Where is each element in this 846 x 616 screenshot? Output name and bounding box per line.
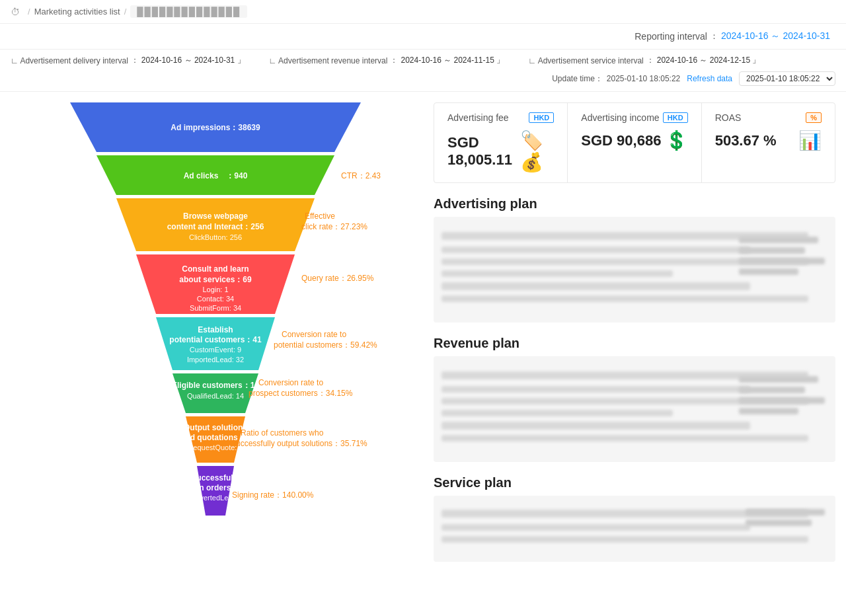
advertising-income-icon: 💲 [665, 130, 688, 151]
svg-text:Ad clicks　：940: Ad clicks ：940 [184, 171, 248, 180]
update-time-select[interactable]: 2025-01-10 18:05:22 [739, 71, 835, 86]
svg-text:Query rate：26.95%: Query rate：26.95% [301, 274, 374, 283]
svg-text:Consult and learn: Consult and learn [182, 264, 249, 274]
filter-colon-1: ： [131, 55, 139, 66]
filter-sep-2 [512, 55, 520, 66]
svg-text:Output solutions: Output solutions [184, 423, 247, 432]
filter-colon-2: ： [390, 55, 398, 66]
funnel-wrapper: Ad impressions：38639 Ad clicks ：940 Brow… [50, 102, 381, 605]
filter-ad-revenue-value: 2024-10-16 ～ 2024-11-15 」 [401, 55, 504, 66]
advertising-fee-badge: HKD [529, 112, 554, 123]
svg-text:successfully output solutions：: successfully output solutions：35.71% [232, 439, 367, 448]
filter-ad-delivery: ∟ Advertisement delivery interval ： 2024… [11, 55, 245, 66]
filter-sep-1 [253, 55, 261, 66]
svg-text:Conversion rate to: Conversion rate to [282, 330, 346, 339]
filter-ad-revenue-label: ∟ Advertisement revenue interval [269, 56, 388, 65]
service-plan-content [434, 496, 835, 562]
refresh-data-button[interactable]: Refresh data [684, 73, 735, 85]
reporting-interval-colon: ： [710, 30, 718, 42]
funnel-panel: Ad impressions：38639 Ad clicks ：940 Brow… [11, 102, 420, 605]
svg-text:potential customers：41: potential customers：41 [169, 335, 262, 344]
svg-text:Conversion rate to: Conversion rate to [258, 378, 323, 387]
advertising-income-badge: HKD [663, 112, 688, 123]
roas-value: 503.67 % [715, 132, 777, 149]
main-content: Ad impressions：38639 Ad clicks ：940 Brow… [0, 92, 846, 615]
svg-text:Signing rate：140.00%: Signing rate：140.00% [232, 490, 314, 500]
bc-sep-2: / [124, 7, 127, 17]
advertising-plan-content [434, 217, 835, 323]
revenue-plan-section: Revenue plan [434, 336, 835, 462]
update-time-label: Update time： [552, 73, 603, 85]
advertising-fee-icon: 🏷️💰 [520, 130, 554, 173]
update-section: Update time： 2025-01-10 18:05:22 Refresh… [552, 71, 835, 86]
metric-card-roas: ROAS % 503.67 % 📊 [702, 103, 835, 182]
svg-text:about services：69: about services：69 [179, 275, 252, 284]
roas-title: ROAS [715, 112, 742, 123]
svg-text:Establish: Establish [198, 325, 233, 334]
svg-text:CustomEvent: 9: CustomEvent: 9 [190, 346, 241, 354]
funnel-svg: Ad impressions：38639 Ad clicks ：940 Brow… [50, 102, 381, 605]
svg-text:ImportedLead: 32: ImportedLead: 32 [187, 356, 244, 364]
service-plan-section: Service plan [434, 475, 835, 562]
advertising-income-title: Advertising income [581, 112, 659, 123]
revenue-plan-title: Revenue plan [434, 336, 835, 351]
filter-ad-service: ∟ Advertisement service interval ： 2024-… [528, 55, 760, 66]
svg-text:CTR：2.43%: CTR：2.43% [341, 171, 381, 180]
advertising-plan-title: Advertising plan [434, 196, 835, 212]
advertising-plan-section: Advertising plan [434, 196, 835, 323]
metric-card-advertising-income: Advertising income HKD SGD 90,686 💲 [568, 103, 701, 182]
breadcrumb: ⏱ / Marketing activities list / ████████… [0, 0, 846, 24]
svg-text:Eligible customers：14: Eligible customers：14 [172, 381, 259, 390]
svg-text:content and Interact：256: content and Interact：256 [167, 222, 264, 231]
filter-ad-delivery-value: 2024-10-16 ～ 2024-10-31 」 [141, 55, 245, 66]
roas-icon: 📊 [798, 130, 822, 151]
svg-text:ClickButton: 256: ClickButton: 256 [189, 233, 242, 241]
metrics-row: Advertising fee HKD SGD 18,005.11 🏷️💰 Ad… [434, 102, 835, 183]
advertising-income-value: SGD 90,686 [581, 132, 661, 149]
svg-text:prospect customers：34.15%: prospect customers：34.15% [249, 389, 353, 398]
reporting-interval-bar: Reporting interval ： 2024-10-16 ～ 2024-1… [0, 24, 846, 50]
svg-text:Ad impressions：38639: Ad impressions：38639 [171, 123, 260, 132]
bc-sep-1: / [28, 7, 30, 17]
right-panel: Advertising fee HKD SGD 18,005.11 🏷️💰 Ad… [420, 102, 835, 605]
svg-text:Contact: 34: Contact: 34 [197, 295, 234, 303]
advertising-fee-value: SGD 18,005.11 [447, 134, 520, 169]
update-time-value: 2025-01-10 18:05:22 [607, 74, 680, 83]
reporting-interval-value: 2024-10-16 ～ 2024-10-31 [721, 30, 830, 42]
filter-ad-service-label: ∟ Advertisement service interval [528, 56, 643, 65]
filter-bar: ∟ Advertisement delivery interval ： 2024… [0, 50, 846, 92]
svg-text:Ratio of customers who: Ratio of customers who [241, 428, 324, 438]
svg-text:Login: 1: Login: 1 [202, 286, 228, 293]
filter-ad-service-value: 2024-10-16 ～ 2024-12-15 」 [657, 55, 761, 66]
svg-text:SubmitForm: 34: SubmitForm: 34 [190, 304, 241, 312]
roas-badge: % [806, 112, 822, 123]
revenue-plan-content [434, 356, 835, 462]
filter-ad-revenue: ∟ Advertisement revenue interval ： 2024-… [269, 55, 505, 66]
svg-text:potential customers：59.42%: potential customers：59.42% [274, 340, 377, 350]
reporting-interval-label: Reporting interval [634, 31, 707, 42]
service-plan-title: Service plan [434, 475, 835, 490]
timer-icon: ⏱ [11, 7, 20, 17]
breadcrumb-current: ██████████████ [130, 5, 247, 18]
svg-text:Effective: Effective [305, 212, 335, 221]
svg-text:Successfully: Successfully [191, 473, 240, 482]
metric-card-advertising-fee: Advertising fee HKD SGD 18,005.11 🏷️💰 [434, 103, 568, 182]
advertising-fee-title: Advertising fee [447, 112, 509, 123]
breadcrumb-marketing-list[interactable]: Marketing activities list [34, 7, 120, 17]
svg-text:QualifiedLead: 14: QualifiedLead: 14 [187, 392, 244, 400]
filter-ad-delivery-label: ∟ Advertisement delivery interval [11, 56, 128, 65]
svg-text:Browse webpage: Browse webpage [183, 212, 248, 221]
filter-colon-3: ： [646, 55, 654, 66]
svg-text:click rate：27.23%: click rate：27.23% [301, 222, 367, 231]
